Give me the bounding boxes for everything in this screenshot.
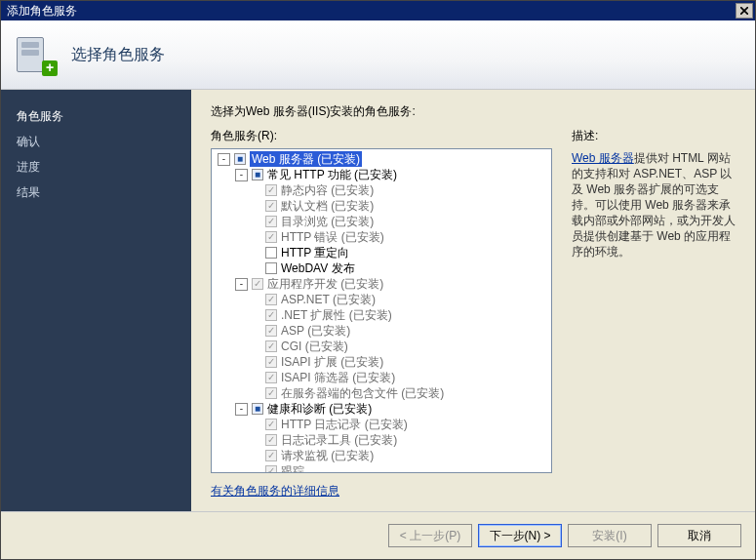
sidebar-step-confirm[interactable]: 确认 [17, 129, 191, 154]
sidebar-step-role-services[interactable]: 角色服务 [17, 103, 191, 129]
checkbox: ✓ [265, 372, 277, 383]
checkbox: ✓ [265, 419, 277, 430]
description-body: 提供对 HTML 网站的支持和对 ASP.NET、ASP 以及 Web 服务器扩… [572, 151, 736, 259]
tree-node[interactable]: ✓.NET 扩展性 (已安装) [212, 307, 551, 323]
tree-node-label[interactable]: 在服务器端的包含文件 (已安装) [281, 385, 444, 401]
checkbox: ✓ [265, 450, 277, 461]
checkbox: ✓ [265, 184, 277, 196]
description-text: Web 服务器提供对 HTML 网站的支持和对 ASP.NET、ASP 以及 W… [572, 150, 739, 260]
body: 角色服务 确认 进度 结果 选择为Web 服务器(IIS)安装的角色服务: 角色… [1, 90, 755, 511]
next-button[interactable]: 下一步(N) > [478, 524, 562, 547]
tree-node-label[interactable]: 跟踪 [281, 463, 304, 473]
titlebar: 添加角色服务 [1, 1, 755, 20]
tree-node[interactable]: ✓CGI (已安装) [212, 339, 551, 354]
collapse-icon[interactable]: - [235, 403, 248, 416]
checkbox: ✓ [265, 309, 277, 321]
tree-node[interactable]: -■常见 HTTP 功能 (已安装) [212, 167, 551, 182]
checkbox: ✓ [265, 340, 277, 352]
learn-more-link[interactable]: 有关角色服务的详细信息 [211, 483, 552, 500]
prev-button: < 上一步(P) [388, 524, 472, 547]
checkbox[interactable] [265, 247, 277, 259]
collapse-icon[interactable]: - [218, 153, 230, 166]
tree-node-label[interactable]: WebDAV 发布 [281, 260, 355, 276]
tree-node[interactable]: ✓静态内容 (已安装) [212, 182, 551, 198]
tree-node[interactable]: ✓HTTP 错误 (已安装) [212, 229, 551, 245]
roles-label: 角色服务(R): [211, 128, 552, 144]
tree-node-label[interactable]: 默认文档 (已安装) [281, 198, 374, 214]
install-button: 安装(I) [568, 524, 652, 547]
sidebar-step-results[interactable]: 结果 [17, 180, 191, 205]
tree-node-label[interactable]: 健康和诊断 (已安装) [267, 401, 372, 417]
checkbox: ✓ [265, 434, 277, 446]
checkbox: ✓ [252, 278, 263, 290]
cancel-button[interactable]: 取消 [657, 524, 741, 547]
tree-node[interactable]: ✓跟踪 [212, 463, 551, 473]
window-title: 添加角色服务 [7, 1, 736, 20]
collapse-icon[interactable]: - [235, 278, 248, 291]
tree-node-label[interactable]: HTTP 错误 (已安装) [281, 229, 384, 245]
tree-node-label[interactable]: 目录浏览 (已安装) [281, 214, 374, 229]
tree-node[interactable]: ✓ISAPI 筛选器 (已安装) [212, 370, 551, 385]
checkbox: ✓ [265, 231, 277, 243]
checkbox[interactable]: ■ [252, 169, 263, 180]
tree-node-label[interactable]: ASP (已安装) [281, 323, 350, 339]
checkbox[interactable]: ■ [252, 403, 263, 415]
tree-node-label[interactable]: ISAPI 筛选器 (已安装) [281, 370, 395, 385]
checkbox: ✓ [265, 387, 277, 399]
header: + 选择角色服务 [1, 20, 755, 90]
tree-node-label[interactable]: 应用程序开发 (已安装) [267, 276, 383, 292]
tree-node[interactable]: ✓目录浏览 (已安装) [212, 214, 551, 229]
checkbox: ✓ [265, 465, 277, 473]
sidebar-step-progress[interactable]: 进度 [17, 154, 191, 180]
tree-node[interactable]: ✓请求监视 (已安装) [212, 448, 551, 463]
tree-node-label[interactable]: ISAPI 扩展 (已安装) [281, 354, 383, 370]
content: 选择为Web 服务器(IIS)安装的角色服务: 角色服务(R): -■Web 服… [191, 90, 755, 511]
tree-node[interactable]: ✓ISAPI 扩展 (已安装) [212, 354, 551, 370]
tree-node[interactable]: -■健康和诊断 (已安装) [212, 401, 551, 417]
checkbox: ✓ [265, 216, 277, 227]
tree-node[interactable]: ✓ASP.NET (已安装) [212, 292, 551, 307]
tree-node-label[interactable]: HTTP 重定向 [281, 245, 349, 260]
tree-node[interactable]: ✓日志记录工具 (已安装) [212, 432, 551, 448]
checkbox[interactable] [265, 262, 277, 274]
role-services-tree[interactable]: -■Web 服务器 (已安装)-■常见 HTTP 功能 (已安装)✓静态内容 (… [211, 148, 552, 473]
tree-node-label[interactable]: 日志记录工具 (已安装) [281, 432, 397, 448]
tree-node[interactable]: -✓应用程序开发 (已安装) [212, 276, 551, 292]
checkbox: ✓ [265, 356, 277, 368]
tree-node-label[interactable]: .NET 扩展性 (已安装) [281, 307, 392, 323]
tree-node[interactable]: WebDAV 发布 [212, 260, 551, 276]
tree-node[interactable]: -■Web 服务器 (已安装) [212, 151, 551, 167]
page-heading: 选择角色服务 [71, 45, 165, 65]
tree-node[interactable]: ✓默认文档 (已安装) [212, 198, 551, 214]
tree-node[interactable]: HTTP 重定向 [212, 245, 551, 260]
server-add-icon: + [15, 35, 54, 74]
tree-node-label[interactable]: CGI (已安装) [281, 339, 348, 354]
tree-node-label[interactable]: 请求监视 (已安装) [281, 448, 374, 463]
tree-node-label[interactable]: ASP.NET (已安装) [281, 292, 376, 307]
wizard-window: 添加角色服务 + 选择角色服务 角色服务 确认 进度 结果 选择为Web 服务器… [0, 0, 756, 560]
footer: < 上一步(P) 下一步(N) > 安装(I) 取消 [1, 511, 755, 559]
tree-node[interactable]: ✓ASP (已安装) [212, 323, 551, 339]
description-heading: 描述: [572, 128, 739, 144]
tree-node[interactable]: ✓在服务器端的包含文件 (已安装) [212, 385, 551, 401]
tree-node-label[interactable]: HTTP 日志记录 (已安装) [281, 417, 408, 432]
tree-node-label[interactable]: 常见 HTTP 功能 (已安装) [267, 167, 397, 182]
tree-node-label[interactable]: Web 服务器 (已安装) [250, 151, 362, 167]
checkbox: ✓ [265, 325, 277, 337]
tree-node-label[interactable]: 静态内容 (已安装) [281, 182, 374, 198]
close-icon[interactable] [736, 3, 753, 19]
collapse-icon[interactable]: - [235, 169, 248, 181]
sidebar: 角色服务 确认 进度 结果 [1, 90, 191, 511]
description-link[interactable]: Web 服务器 [572, 151, 634, 165]
checkbox: ✓ [265, 200, 277, 212]
tree-node[interactable]: ✓HTTP 日志记录 (已安装) [212, 417, 551, 432]
checkbox[interactable]: ■ [234, 153, 246, 165]
checkbox: ✓ [265, 294, 277, 305]
instruction-text: 选择为Web 服务器(IIS)安装的角色服务: [211, 103, 739, 120]
